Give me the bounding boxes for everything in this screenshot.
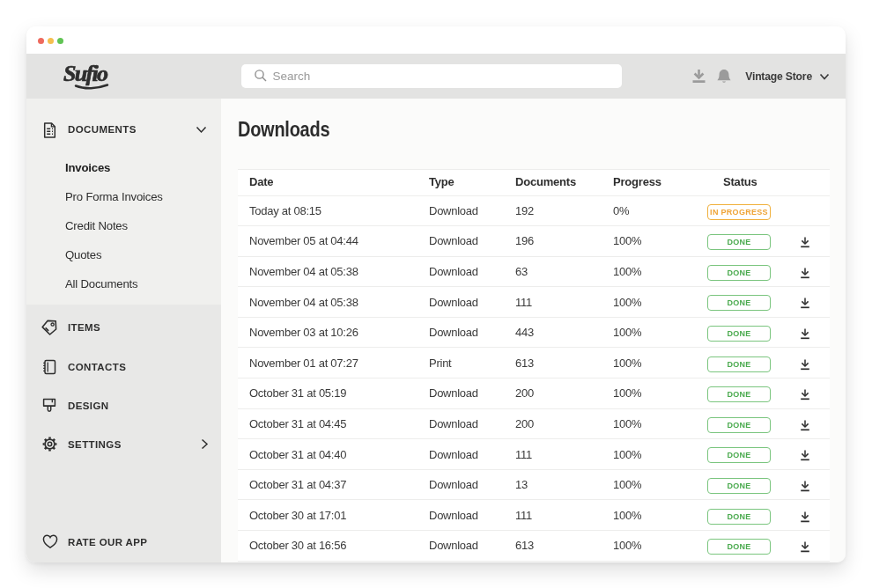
svg-text:Sufio: Sufio [63, 61, 108, 86]
